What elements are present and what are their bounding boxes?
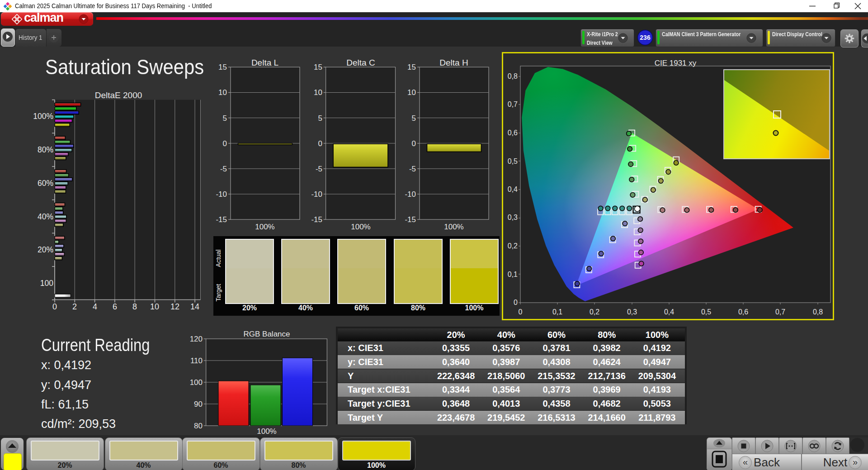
svg-text:60%: 60% [38,179,53,188]
svg-text:4: 4 [93,302,97,311]
svg-text:-5: -5 [316,165,322,173]
svg-text:100%: 100% [444,223,463,231]
svg-text:-10: -10 [311,190,322,199]
svg-text:-15: -15 [405,215,416,224]
svg-text:-15: -15 [216,215,227,224]
svg-text:Delta C: Delta C [346,58,375,67]
svg-text:6: 6 [113,302,117,311]
svg-text:100%: 100% [255,223,274,231]
svg-text:0,8: 0,8 [813,308,823,316]
svg-text:0,4: 0,4 [508,185,518,193]
svg-text:-10: -10 [216,190,227,199]
svg-text:0,7: 0,7 [508,100,518,108]
svg-text:0: 0 [52,302,57,311]
svg-text:0,4: 0,4 [664,308,674,316]
svg-text:5: 5 [223,114,227,123]
svg-text:100%: 100% [33,112,53,121]
svg-text:0: 0 [223,139,227,148]
svg-text:12: 12 [170,302,179,311]
svg-text:DeltaE 2000: DeltaE 2000 [95,90,142,100]
svg-text:0,8: 0,8 [508,72,518,80]
svg-text:100: 100 [190,378,203,387]
svg-text:15: 15 [407,63,416,71]
svg-text:-15: -15 [311,215,322,224]
svg-text:100: 100 [40,279,53,288]
svg-text:10: 10 [150,302,159,311]
svg-text:0: 0 [412,139,416,148]
svg-text:0: 0 [514,299,518,306]
svg-text:0,6: 0,6 [738,308,748,316]
svg-text:10: 10 [218,88,227,97]
svg-text:10: 10 [314,88,322,97]
svg-text:0,3: 0,3 [508,214,518,221]
svg-text:80: 80 [194,422,203,430]
svg-text:14: 14 [190,302,199,311]
svg-text:Delta H: Delta H [439,58,468,67]
svg-text:236: 236 [640,34,651,41]
svg-text:-10: -10 [405,190,416,199]
svg-text:-5: -5 [409,165,416,173]
svg-text:0,1: 0,1 [552,308,562,316]
svg-text:15: 15 [314,63,322,71]
svg-text:8: 8 [132,302,137,311]
svg-text:2: 2 [72,302,77,311]
svg-text:5: 5 [412,114,416,123]
svg-text:40%: 40% [38,212,53,221]
svg-text:0,5: 0,5 [701,308,711,316]
svg-text:20%: 20% [38,245,53,254]
svg-text:100%: 100% [257,427,276,436]
svg-text:0,7: 0,7 [775,308,785,316]
svg-text:0,1: 0,1 [508,271,518,278]
svg-text:-5: -5 [220,165,227,173]
svg-text:0: 0 [318,139,322,148]
svg-text:15: 15 [218,63,227,71]
svg-text:0,6: 0,6 [508,129,518,137]
svg-text:100%: 100% [351,223,370,231]
svg-text:0,2: 0,2 [508,242,518,250]
svg-text:CIE 1931 xy: CIE 1931 xy [655,59,697,67]
svg-text:0,3: 0,3 [627,308,637,316]
svg-text:110: 110 [190,356,203,365]
svg-text:0: 0 [519,308,523,316]
svg-text:80%: 80% [38,145,53,154]
svg-text:0,2: 0,2 [590,308,599,316]
svg-text:5: 5 [318,114,322,123]
svg-text:120: 120 [190,335,203,343]
svg-text:90: 90 [194,400,203,408]
svg-text:10: 10 [407,88,416,97]
svg-text:RGB Balance: RGB Balance [244,330,290,338]
svg-text:0,5: 0,5 [508,157,518,165]
svg-text:Delta L: Delta L [251,58,278,67]
